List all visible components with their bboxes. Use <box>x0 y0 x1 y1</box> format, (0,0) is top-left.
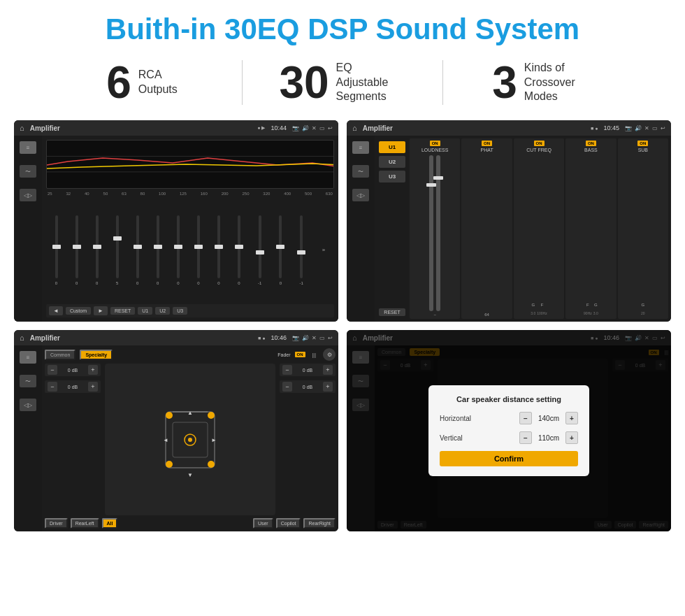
svg-point-8 <box>208 412 215 419</box>
eq-slider-13[interactable]: -1 <box>299 215 303 285</box>
eq-slider-12[interactable]: 0 <box>279 215 282 285</box>
fader-label: Fader <box>277 352 290 357</box>
eq-slider-2[interactable]: 0 <box>75 215 78 285</box>
eq-u2-button[interactable]: U2 <box>155 307 170 315</box>
bass-on[interactable]: ON <box>586 141 596 146</box>
svg-text:▼: ▼ <box>187 472 193 478</box>
eq-slider-10[interactable]: 0 <box>238 215 240 285</box>
speaker-sidebar-vol[interactable]: ◁▷ <box>20 399 36 411</box>
crossover-reset[interactable]: RESET <box>379 308 405 316</box>
eq-freq-labels: 253240506380100125160200250320400500630 <box>46 192 334 196</box>
stat-crossover: 3 Kinds of Crossover Modes <box>443 60 643 105</box>
fader-sliders-icon: ||| <box>312 352 316 357</box>
rearright-button[interactable]: RearRight <box>303 518 336 529</box>
vertical-minus[interactable]: − <box>519 431 532 444</box>
crossover-sidebar-vol[interactable]: ◁▷ <box>352 189 369 201</box>
eq-sidebar: ≡ 〜 ◁▷ <box>14 136 42 322</box>
speaker-wifi-icon: ✕ <box>312 335 317 341</box>
rl-plus[interactable]: + <box>88 382 98 392</box>
eq-slider-9[interactable]: 0 <box>217 215 220 285</box>
eq-slider-8[interactable]: 0 <box>197 215 200 285</box>
eq-custom-button[interactable]: Custom <box>66 307 91 315</box>
fr-minus[interactable]: − <box>282 365 292 375</box>
home-icon[interactable]: ⌂ <box>20 124 24 132</box>
settings-circle-icon[interactable]: ⚙ <box>323 348 336 361</box>
fr-plus[interactable]: + <box>323 365 333 375</box>
speaker-sidebar-eq[interactable]: ≡ <box>20 351 36 364</box>
speaker-vol-icon: 🔊 <box>302 335 309 341</box>
eq-slider-3[interactable]: 0 <box>96 215 99 285</box>
speaker-bottom-row: Driver RearLeft All User Copilot RearRig… <box>45 518 336 529</box>
crossover-u1[interactable]: U1 <box>379 141 405 153</box>
eq-topbar-icons: 📷 🔊 ✕ ▭ ↩ <box>292 125 333 131</box>
crossover-u3[interactable]: U3 <box>379 171 405 182</box>
eq-play-button[interactable]: ► <box>94 306 108 315</box>
copilot-button[interactable]: Copilot <box>276 518 301 529</box>
driver-button[interactable]: Driver <box>45 518 68 529</box>
eq-topbar-title: Amplifier <box>30 124 252 132</box>
vertical-plus[interactable]: + <box>565 431 578 444</box>
eq-slider-7[interactable]: 0 <box>177 215 180 285</box>
speaker-battery-icon: ▭ <box>319 335 325 341</box>
specialty-tab[interactable]: Specialty <box>80 350 113 360</box>
speaker-back-icon[interactable]: ↩ <box>328 335 333 341</box>
speaker-sidebar-wave[interactable]: 〜 <box>20 375 36 387</box>
loudness-slider-2[interactable] <box>436 155 440 311</box>
eq-slider-4[interactable]: 5 <box>116 215 119 285</box>
horizontal-plus[interactable]: + <box>565 412 578 424</box>
rearleft-button[interactable]: RearLeft <box>71 518 99 529</box>
eq-prev-button[interactable]: ◄ <box>49 306 63 315</box>
phat-on[interactable]: ON <box>482 141 492 146</box>
crossover-u2[interactable]: U2 <box>379 156 405 168</box>
speaker-fr-control: − 0 dB + <box>280 364 336 376</box>
crossover-back-icon[interactable]: ↩ <box>661 125 665 131</box>
fader-on-badge[interactable]: ON <box>295 352 305 357</box>
eq-sidebar-vol[interactable]: ◁▷ <box>20 189 36 201</box>
horizontal-minus[interactable]: − <box>519 412 532 424</box>
svg-point-9 <box>166 461 173 468</box>
eq-sidebar-wave[interactable]: 〜 <box>20 165 36 178</box>
eq-reset-button[interactable]: RESET <box>110 307 135 315</box>
eq-content: ≡ 〜 ◁▷ 2532405063801 <box>14 136 338 322</box>
stat-text-eq: EQ Adjustable Segments <box>336 61 406 104</box>
speaker-content: ≡ 〜 ◁▷ Common Specialty Fader ON ||| ⚙ <box>14 345 338 531</box>
eq-graph <box>46 140 334 189</box>
eq-slider-1[interactable]: 0 <box>55 215 58 285</box>
crossover-sidebar-eq[interactable]: ≡ <box>352 141 369 154</box>
user-button[interactable]: User <box>253 518 273 529</box>
bass-sliders: F 90Hz G 3.0 <box>584 154 598 317</box>
speaker-sidebar: ≡ 〜 ◁▷ <box>14 345 42 531</box>
eq-slider-5[interactable]: 0 <box>136 215 139 285</box>
speaker-distance-dialog: Car speaker distance setting Horizontal … <box>428 385 589 476</box>
crossover-vol-icon: 🔊 <box>635 125 642 131</box>
speaker-dialog-screen: ⌂ Amplifier ■ ● 10:46 📷 🔊 ✕ ▭ ↩ ≡ 〜 ◁▷ C… <box>347 330 671 531</box>
rr-minus[interactable]: − <box>282 382 292 392</box>
crossover-home-icon[interactable]: ⌂ <box>352 124 357 132</box>
loudness-sliders <box>429 154 440 313</box>
eq-more-icon[interactable]: » <box>322 247 325 253</box>
common-tab[interactable]: Common <box>45 350 75 360</box>
eq-u1-button[interactable]: U1 <box>138 307 152 315</box>
loudness-on[interactable]: ON <box>430 141 440 146</box>
crossover-sidebar-wave[interactable]: 〜 <box>352 165 369 178</box>
eq-u3-button[interactable]: U3 <box>173 307 187 315</box>
vertical-control: − 110cm + <box>519 431 578 444</box>
crossover-status-dots: ■ ● <box>591 126 598 131</box>
speaker-home-icon[interactable]: ⌂ <box>20 334 24 342</box>
confirm-button[interactable]: Confirm <box>440 451 578 466</box>
eq-sidebar-eq[interactable]: ≡ <box>20 141 36 154</box>
all-button[interactable]: All <box>102 518 118 529</box>
rr-plus[interactable]: + <box>323 382 333 392</box>
svg-text:◄: ◄ <box>163 437 168 443</box>
rl-minus[interactable]: − <box>48 382 57 392</box>
fl-minus[interactable]: − <box>48 365 57 375</box>
back-icon[interactable]: ↩ <box>328 125 333 131</box>
fl-plus[interactable]: + <box>88 365 98 375</box>
crossover-topbar-time: 10:45 <box>603 124 619 131</box>
sub-on[interactable]: ON <box>637 141 648 146</box>
cutfreq-on[interactable]: ON <box>534 141 545 146</box>
eq-slider-11[interactable]: -1 <box>258 215 261 285</box>
stats-row: 6 RCA Outputs 30 EQ Adjustable Segments … <box>0 53 685 115</box>
speaker-topbar-title: Amplifier <box>30 334 252 342</box>
eq-slider-6[interactable]: 0 <box>157 215 159 285</box>
